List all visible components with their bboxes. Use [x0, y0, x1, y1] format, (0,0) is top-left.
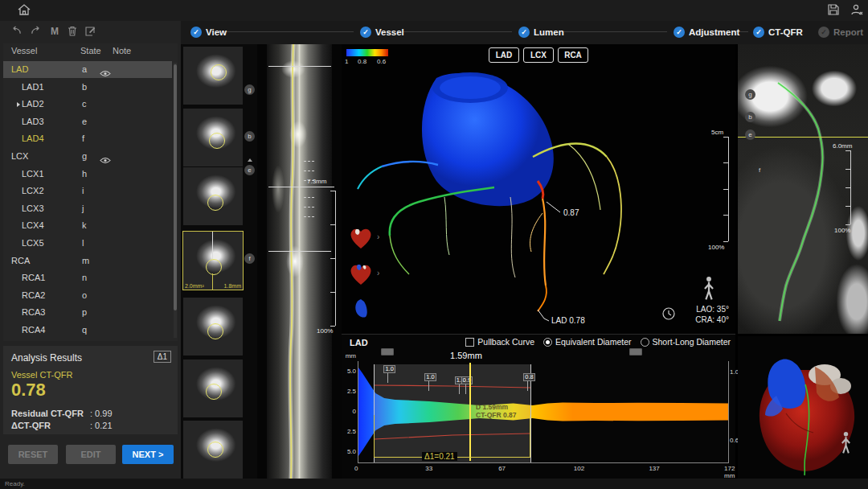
workflow-step-report[interactable]: ✓Report [818, 27, 863, 38]
range-handle-left[interactable] [381, 348, 394, 355]
option-short-long-diameter[interactable]: Short-Long Diameter [641, 337, 731, 347]
chevron-right-icon[interactable]: › [377, 269, 379, 277]
cross-section-thumbnail[interactable] [183, 167, 243, 225]
table-row[interactable]: RCA1n [3, 269, 172, 286]
user-icon[interactable] [850, 4, 865, 17]
workflow-step-lumen[interactable]: ✓Lumen [518, 27, 564, 38]
diameter-marker-pin[interactable] [465, 384, 466, 394]
reset-button[interactable]: RESET [8, 445, 58, 464]
cpr-marker-line[interactable] [268, 66, 331, 67]
delta-bracket-end [374, 415, 375, 458]
table-row[interactable]: LAD2c [3, 96, 172, 113]
radio-checked-icon[interactable] [543, 338, 552, 347]
table-row[interactable]: RCA2o [3, 287, 172, 304]
cpr-measurement-line[interactable] [268, 187, 334, 187]
x-axis-tick: 33 [425, 465, 432, 472]
table-row[interactable]: LCX4k [3, 217, 172, 234]
mpr-badge-b[interactable]: b [745, 112, 755, 122]
option-equivalent-diameter[interactable]: Equivalent Diameter [543, 337, 632, 347]
vessel-name: LCX4 [22, 220, 44, 230]
diameter-marker-pin[interactable] [459, 384, 460, 394]
check-icon: ✓ [360, 27, 371, 38]
section-badge-f[interactable]: f [244, 253, 255, 264]
option-pullback-curve[interactable]: Pullback Curve [465, 337, 534, 347]
table-row[interactable]: RCA4q [3, 322, 172, 339]
option-label: Pullback Curve [477, 337, 534, 347]
cross-section-thumbnail[interactable] [183, 360, 243, 417]
next-button[interactable]: NEXT > [122, 445, 174, 464]
section-badge-g[interactable]: g [244, 84, 255, 95]
table-row[interactable]: LCX5l [3, 235, 172, 252]
heart-view-preset-icon[interactable] [348, 226, 374, 250]
checkbox-unchecked-icon[interactable] [465, 338, 474, 347]
chevron-right-icon[interactable]: › [377, 232, 379, 241]
mpr-position-line[interactable] [738, 137, 868, 138]
check-icon: ✓ [190, 27, 202, 38]
undo-icon[interactable] [10, 26, 23, 39]
save-icon[interactable] [828, 4, 842, 17]
table-row[interactable]: RCAm [3, 253, 172, 269]
workflow-step-view[interactable]: ✓View [190, 27, 227, 38]
mpr-badge-e[interactable]: e [745, 129, 755, 140]
section-badge-e[interactable]: e [244, 165, 255, 175]
workflow-step-vessel[interactable]: ✓Vessel [360, 27, 404, 38]
vessel-tree-preset-icon[interactable] [353, 298, 369, 319]
coronary-3d-view[interactable]: 1 0.8 0.6 LADLCXRCA 0.8 [342, 44, 735, 334]
status-text: Ready. [5, 480, 25, 487]
workflow-step-label: View [206, 27, 227, 37]
redo-icon[interactable] [29, 26, 42, 39]
residual-qfr-value: : 0.99 [90, 409, 113, 418]
delete-trash-icon[interactable] [66, 26, 79, 39]
curved-mpr-view[interactable]: gbe f 6.0mm 100% [738, 44, 868, 334]
distal-qfr-annotation: LAD 0.78 [551, 316, 585, 325]
expand-arrow-icon[interactable] [17, 102, 20, 107]
edit-button[interactable]: EDIT [66, 445, 116, 464]
section-badge-b[interactable]: b [244, 131, 255, 142]
workflow-step-ct-qfr[interactable]: ✓CT-QFR [753, 27, 803, 38]
table-row[interactable]: LCXg [3, 148, 172, 165]
workflow-step-label: Vessel [375, 27, 404, 37]
body-orientation-icon[interactable] [703, 276, 714, 302]
straightened-cpr-view[interactable]: 7.3mm 100% [257, 44, 342, 479]
rotate-clock-icon[interactable] [661, 306, 676, 321]
table-row[interactable]: LAD3e [3, 113, 172, 130]
table-row[interactable]: LAD1b [3, 79, 172, 96]
table-row[interactable]: LCX2i [3, 183, 172, 199]
scrollbar-track[interactable] [174, 63, 177, 338]
edit-icon[interactable] [84, 26, 96, 39]
app-window: ✓View✓Vessel✓Lumen✓Adjustment✓CT-QFR✓Rep… [0, 0, 868, 489]
vessel-name: LAD2 [22, 99, 44, 109]
table-row[interactable]: RCA3p [3, 304, 172, 321]
range-handle-right[interactable] [629, 348, 642, 355]
table-row[interactable]: LCX3j [3, 200, 172, 217]
lumen-contour-ring [207, 195, 223, 211]
workflow-bar: ✓View✓Vessel✓Lumen✓Adjustment✓CT-QFR✓Rep… [181, 21, 868, 44]
workflow-step-adjustment[interactable]: ✓Adjustment [674, 27, 739, 38]
cross-section-thumbnail[interactable] [183, 109, 243, 166]
measure-m-icon[interactable]: M [48, 26, 61, 39]
cpr-marker-line[interactable] [268, 251, 331, 252]
heart-view-preset-icon[interactable] [348, 262, 374, 286]
radio-unchecked-icon[interactable] [641, 338, 649, 347]
table-row[interactable]: LADa [3, 61, 172, 78]
cross-section-thumbnail[interactable] [183, 298, 243, 355]
body-orientation-icon[interactable] [841, 431, 851, 455]
selection-window[interactable] [374, 364, 531, 462]
delta-badge[interactable]: Δ1 [154, 351, 171, 363]
cross-section-thumbnail[interactable] [183, 47, 243, 105]
mpr-badge-g[interactable]: g [745, 89, 755, 100]
table-row[interactable]: LCX1h [3, 166, 172, 183]
cross-section-thumbnail[interactable] [183, 421, 243, 479]
diameter-marker-pin[interactable] [428, 380, 429, 391]
diameter-marker-pin[interactable] [387, 372, 388, 383]
vessel-state: l [82, 238, 84, 248]
cross-section-thumbnail[interactable]: 2.0mm²1.8mm [183, 232, 243, 290]
table-row[interactable]: LAD4f [3, 130, 172, 147]
diameter-marker-pin[interactable] [527, 380, 528, 391]
chart-cursor-line[interactable] [469, 363, 471, 461]
home-icon[interactable] [18, 4, 32, 17]
heart-3d-view[interactable] [738, 336, 868, 479]
x-axis-tick: 102 [574, 465, 584, 472]
scrollbar-thumb[interactable] [174, 64, 177, 310]
vessel-state: o [82, 290, 87, 300]
